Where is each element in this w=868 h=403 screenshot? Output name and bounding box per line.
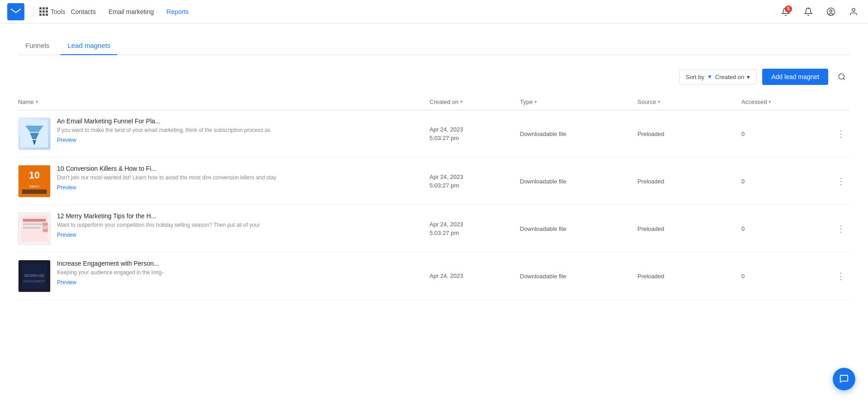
nav-right-actions: 5 (778, 5, 861, 19)
svg-text:Killers: Killers (29, 184, 39, 188)
cell-type: Downloadable file (520, 273, 637, 280)
row-menu-button[interactable]: ⋮ (832, 223, 850, 234)
svg-rect-15 (23, 219, 46, 222)
cell-accessed: 0 (741, 131, 832, 137)
sort-button[interactable]: Sort by ▼ Created on ▾ (679, 70, 757, 84)
item-preview-link[interactable]: Preview (57, 137, 270, 143)
cell-accessed: 0 (741, 225, 832, 232)
search-button[interactable] (834, 69, 850, 85)
item-cell: 10 Killers 10 Conversion Killers & How t… (18, 165, 429, 197)
item-description: Keeping your audience engaged in the lon… (57, 269, 164, 276)
item-title: An Email Marketing Funnel For Pla... (57, 117, 270, 125)
item-description: If you want to make the best of your ema… (57, 127, 270, 134)
account-icon-btn[interactable] (846, 5, 861, 19)
cell-created: Apr 24, 20235:03:27 pm (429, 125, 520, 143)
th-created-sort-icon: ▾ (460, 99, 463, 105)
grid-icon (39, 7, 48, 16)
svg-text:INCREASE: INCREASE (24, 273, 45, 278)
tools-label: Tools (51, 8, 66, 15)
th-type-sort-icon: ▾ (534, 99, 537, 105)
cell-source: Preloaded (637, 178, 741, 185)
item-thumbnail: INCREASE ENGAGEMENT (18, 260, 51, 292)
cell-source: Preloaded (637, 273, 741, 280)
svg-point-3 (852, 8, 855, 11)
item-preview-link[interactable]: Preview (57, 279, 164, 286)
item-title: Increase Engagement with Person... (57, 260, 164, 267)
sort-field: Created on (715, 74, 744, 80)
cell-source: Preloaded (637, 131, 741, 137)
item-cell: INCREASE ENGAGEMENT Increase Engagement … (18, 260, 429, 292)
sort-arrow-icon: ▼ (707, 74, 712, 80)
item-info: 10 Conversion Killers & How to Fi... Don… (57, 165, 276, 191)
cell-accessed: 0 (741, 178, 832, 185)
nav-contacts[interactable]: Contacts (71, 8, 96, 15)
cell-type: Downloadable file (520, 225, 637, 232)
item-info: Increase Engagement with Person... Keepi… (57, 260, 164, 286)
user-circle-icon-btn[interactable] (824, 5, 838, 19)
nav-divider (33, 5, 34, 19)
row-menu-button[interactable]: ⋮ (832, 176, 850, 187)
row-menu-button[interactable]: ⋮ (832, 128, 850, 139)
cell-accessed: 0 (741, 273, 832, 280)
svg-point-0 (808, 8, 809, 9)
cell-type: Downloadable file (520, 178, 637, 185)
sort-prefix: Sort by (686, 74, 704, 80)
svg-rect-16 (23, 223, 43, 225)
item-description: Don't join our most-wanted list! Learn h… (57, 174, 276, 182)
th-accessed-sort-icon: ▾ (769, 99, 771, 105)
notifications-icon-btn[interactable]: 5 (778, 5, 793, 19)
table-row: 12 12 Merry Marketing Tips for the H... … (18, 205, 850, 253)
th-source-sort-icon: ▾ (658, 99, 660, 105)
item-info: 12 Merry Marketing Tips for the H... Wan… (57, 212, 260, 238)
item-description: Want to outperform your competition this… (57, 221, 260, 229)
table-header: Name ▾ Created on ▾ Type ▾ Source ▾ Acce… (18, 94, 850, 110)
svg-text:12: 12 (43, 225, 48, 230)
item-title: 12 Merry Marketing Tips for the H... (57, 212, 260, 220)
cell-type: Downloadable file (520, 131, 637, 137)
toolbar: Sort by ▼ Created on ▾ Add lead magnet (18, 69, 850, 85)
top-navigation: Tools Contacts Email marketing Reports 5 (0, 0, 868, 23)
item-thumbnail: 12 (18, 212, 51, 245)
item-preview-link[interactable]: Preview (57, 184, 276, 191)
cell-created: Apr 24, 20235:03:27 pm (429, 173, 520, 190)
cell-created: Apr 24, 20235:03:27 pm (429, 220, 520, 238)
table-row: An Email Marketing Funnel For Pla... If … (18, 110, 850, 158)
table-row: 10 Killers 10 Conversion Killers & How t… (18, 158, 850, 205)
item-cell: 12 12 Merry Marketing Tips for the H... … (18, 212, 429, 245)
item-thumbnail: 10 Killers (18, 165, 51, 197)
app-logo[interactable] (7, 3, 24, 20)
cell-created: Apr 24, 2023 (429, 272, 520, 281)
svg-rect-17 (23, 227, 41, 229)
item-preview-link[interactable]: Preview (57, 232, 260, 238)
tab-bar: Funnels Lead magnets (18, 37, 850, 55)
sort-dropdown-arrow: ▾ (747, 74, 750, 80)
nav-links: Contacts Email marketing Reports (71, 8, 189, 15)
item-thumbnail (18, 117, 51, 150)
item-title: 10 Conversion Killers & How to Fi... (57, 165, 276, 172)
svg-point-2 (830, 9, 832, 12)
bell-icon-btn[interactable] (801, 5, 816, 19)
th-type[interactable]: Type ▾ (520, 98, 637, 105)
th-source[interactable]: Source ▾ (637, 98, 741, 105)
row-menu-button[interactable]: ⋮ (832, 271, 850, 281)
tab-funnels[interactable]: Funnels (18, 37, 57, 55)
page-content: Funnels Lead magnets Sort by ▼ Created o… (0, 23, 868, 403)
notification-badge: 5 (785, 5, 792, 13)
table-row: INCREASE ENGAGEMENT Increase Engagement … (18, 253, 850, 300)
th-created[interactable]: Created on ▾ (429, 98, 520, 105)
svg-point-4 (839, 74, 844, 79)
chat-fab-button[interactable] (833, 368, 855, 390)
th-name[interactable]: Name ▾ (18, 98, 429, 105)
th-accessed[interactable]: Accessed ▾ (741, 98, 832, 105)
nav-email-marketing[interactable]: Email marketing (108, 8, 154, 15)
add-lead-magnet-button[interactable]: Add lead magnet (762, 69, 828, 85)
item-info: An Email Marketing Funnel For Pla... If … (57, 117, 270, 143)
nav-reports[interactable]: Reports (166, 8, 189, 15)
th-name-sort-icon: ▾ (36, 99, 38, 105)
svg-rect-12 (22, 189, 47, 194)
tools-menu[interactable]: Tools (39, 7, 66, 16)
svg-text:10: 10 (29, 170, 40, 181)
item-cell: An Email Marketing Funnel For Pla... If … (18, 117, 429, 150)
tab-lead-magnets[interactable]: Lead magnets (60, 37, 118, 55)
cell-source: Preloaded (637, 225, 741, 232)
